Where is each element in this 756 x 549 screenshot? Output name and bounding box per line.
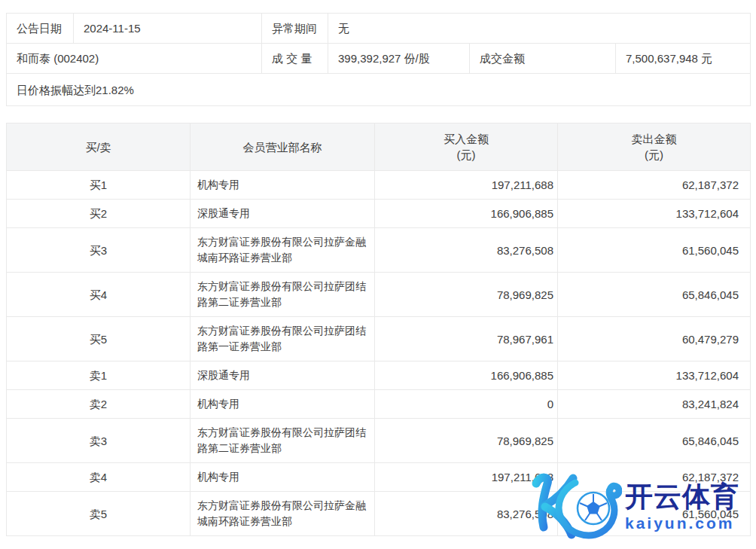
row-rank: 买1: [7, 171, 191, 200]
watermark-brand-text: 开云体育: [625, 483, 739, 511]
row-branch-name: 深股通专用: [191, 200, 375, 228]
row-branch-name: 东方财富证券股份有限公司拉萨团结路第二证券营业部: [191, 419, 375, 463]
row-sell-amount: 133,712,604: [558, 200, 751, 228]
announce-date-value: 2024-11-15: [74, 14, 262, 44]
row-branch-name: 东方财富证券股份有限公司拉萨团结路第二证券营业部: [191, 273, 375, 317]
header-sell-line1: 卖出金额: [558, 131, 750, 147]
row-sell-amount: 60,479,279: [558, 317, 751, 361]
row-buy-amount: 166,906,885: [375, 200, 558, 228]
row-sell-amount: 133,712,604: [558, 361, 751, 390]
table-header-row: 买/卖 会员营业部名称 买入金额 (元) 卖出金额 (元): [7, 124, 751, 171]
table-row: 买1 机构专用 197,211,688 62,187,372: [7, 171, 751, 200]
stock-lhb-page: 公告日期 2024-11-15 异常期间 无 和而泰 (002402) 成 交 …: [0, 0, 756, 549]
row-rank: 卖3: [7, 419, 191, 463]
row-branch-name: 东方财富证券股份有限公司拉萨团结路第一证券营业部: [191, 317, 375, 361]
kaiyun-k-soccer-logo-icon: [521, 471, 622, 543]
table-row: 买4 东方财富证券股份有限公司拉萨团结路第二证券营业部 78,969,825 6…: [7, 273, 751, 317]
row-rank: 买2: [7, 200, 191, 228]
row-buy-amount: 78,967,961: [375, 317, 558, 361]
row-rank: 买5: [7, 317, 191, 361]
row-buy-amount: 197,211,688: [375, 171, 558, 200]
header-buy-amount: 买入金额 (元): [375, 124, 558, 171]
row-sell-amount: 62,187,372: [558, 171, 751, 200]
summary-row-note: 日价格振幅达到21.82%: [7, 74, 751, 106]
header-buy-line2: (元): [375, 147, 557, 163]
row-sell-amount: 83,241,824: [558, 390, 751, 419]
price-amplitude-note: 日价格振幅达到21.82%: [7, 74, 751, 106]
row-branch-name: 东方财富证券股份有限公司拉萨金融城南环路证券营业部: [191, 492, 375, 536]
header-sell-line2: (元): [558, 147, 750, 163]
kaiyun-watermark-link[interactable]: 开云体育 kaiyun.com: [521, 471, 739, 543]
row-sell-amount: 65,846,045: [558, 419, 751, 463]
row-buy-amount: 166,906,885: [375, 361, 558, 390]
abnormal-period-value: 无: [328, 14, 751, 44]
watermark-text-block: 开云体育 kaiyun.com: [625, 483, 739, 532]
row-branch-name: 深股通专用: [191, 361, 375, 390]
row-buy-amount: 0: [375, 390, 558, 419]
table-row: 卖1 深股通专用 166,906,885 133,712,604: [7, 361, 751, 390]
row-rank: 买4: [7, 273, 191, 317]
row-branch-name: 机构专用: [191, 171, 375, 200]
table-row: 买3 东方财富证券股份有限公司拉萨金融城南环路证券营业部 83,276,508 …: [7, 228, 751, 273]
row-branch-name: 机构专用: [191, 390, 375, 419]
header-buy-line1: 买入金额: [375, 131, 557, 147]
watermark-domain-text: kaiyun.com: [625, 514, 739, 532]
stock-summary-table: 公告日期 2024-11-15 异常期间 无 和而泰 (002402) 成 交 …: [6, 13, 751, 106]
announce-date-label: 公告日期: [7, 14, 74, 44]
table-row: 买5 东方财富证券股份有限公司拉萨团结路第一证券营业部 78,967,961 6…: [7, 317, 751, 361]
row-buy-amount: 83,276,508: [375, 228, 558, 273]
header-side: 买/卖: [7, 124, 191, 171]
abnormal-period-label: 异常期间: [262, 14, 328, 44]
row-branch-name: 东方财富证券股份有限公司拉萨金融城南环路证券营业部: [191, 228, 375, 273]
header-branch: 会员营业部名称: [191, 124, 375, 171]
row-sell-amount: 65,846,045: [558, 273, 751, 317]
summary-row-date: 公告日期 2024-11-15 异常期间 无: [7, 14, 751, 44]
row-rank: 卖1: [7, 361, 191, 390]
row-rank: 卖4: [7, 463, 191, 492]
stock-name: 和而泰 (002402): [7, 44, 262, 74]
table-row: 卖2 机构专用 0 83,241,824: [7, 390, 751, 419]
row-rank: 买3: [7, 228, 191, 273]
volume-label: 成 交 量: [262, 44, 328, 74]
summary-row-volume: 和而泰 (002402) 成 交 量 399,392,927 份/股 成交金额 …: [7, 44, 751, 74]
row-branch-name: 机构专用: [191, 463, 375, 492]
header-sell-amount: 卖出金额 (元): [558, 124, 751, 171]
table-row: 买2 深股通专用 166,906,885 133,712,604: [7, 200, 751, 228]
row-buy-amount: 78,969,825: [375, 273, 558, 317]
turnover-label: 成交金额: [470, 44, 616, 74]
row-buy-amount: 78,969,825: [375, 419, 558, 463]
turnover-value: 7,500,637,948 元: [616, 44, 751, 74]
row-rank: 卖2: [7, 390, 191, 419]
table-row: 卖3 东方财富证券股份有限公司拉萨团结路第二证券营业部 78,969,825 6…: [7, 419, 751, 463]
row-rank: 卖5: [7, 492, 191, 536]
row-sell-amount: 61,560,045: [558, 228, 751, 273]
volume-value: 399,392,927 份/股: [328, 44, 470, 74]
